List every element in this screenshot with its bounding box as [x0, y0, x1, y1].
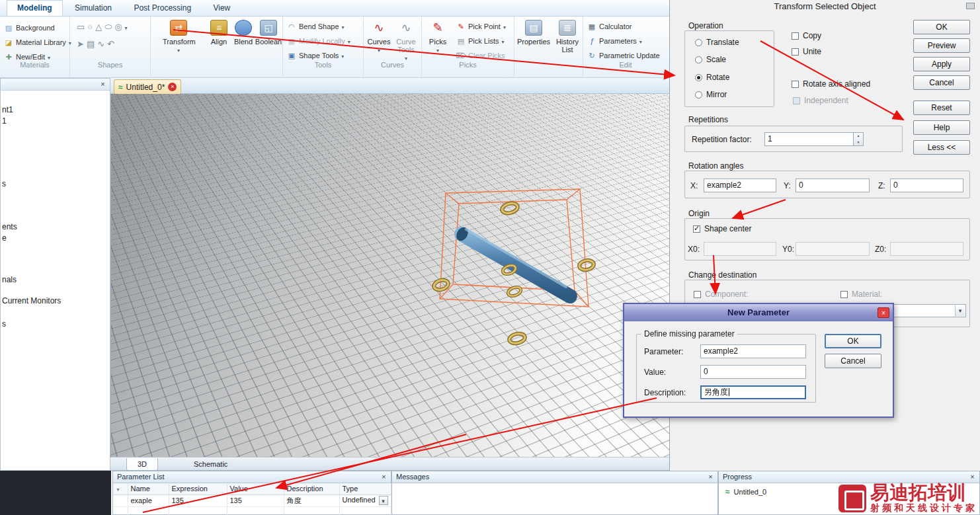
document-tab-untitled0[interactable]: Untitled_0*: [114, 79, 181, 94]
new-parameter-titlebar[interactable]: New Parameter: [624, 304, 893, 321]
radio-translate[interactable]: Translate: [695, 38, 739, 47]
parameter-input[interactable]: example2: [700, 344, 806, 358]
pin-icon[interactable]: [966, 3, 975, 9]
cone-shape-icon[interactable]: [95, 22, 102, 32]
ok-button[interactable]: OK: [913, 20, 970, 34]
curves-button[interactable]: Curves: [366, 20, 391, 55]
parametric-update-button[interactable]: Parametric Update: [583, 50, 660, 61]
material-checkbox[interactable]: Material:: [840, 290, 882, 299]
param-value-cell[interactable]: 135: [227, 495, 284, 506]
repetition-factor-input[interactable]: 1: [764, 132, 864, 146]
extrude-shape-icon[interactable]: [77, 39, 84, 49]
tree-item[interactable]: s: [2, 319, 6, 329]
param-name-cell[interactable]: exaple: [128, 495, 169, 506]
rotate-shape-icon[interactable]: [107, 39, 114, 49]
rotation-y-label: Y:: [784, 181, 791, 190]
shape-buttons-row1[interactable]: [77, 22, 128, 32]
boolean-button[interactable]: Boolean: [254, 20, 283, 46]
radio-rotate[interactable]: Rotate: [695, 73, 729, 82]
material-dropdown[interactable]: [890, 304, 966, 317]
close-tab-icon[interactable]: [168, 83, 177, 91]
close-icon[interactable]: [380, 473, 388, 481]
tree-item[interactable]: e: [2, 233, 7, 243]
close-icon[interactable]: [878, 307, 889, 318]
tab-post-processing[interactable]: Post Processing: [124, 1, 201, 17]
radio-mirror[interactable]: Mirror: [695, 90, 727, 99]
cylinder-shape-icon[interactable]: [104, 22, 112, 32]
shape-buttons-row2[interactable]: [77, 39, 117, 49]
component-checkbox[interactable]: Component:: [694, 290, 748, 299]
close-icon[interactable]: [968, 473, 977, 481]
tab-view[interactable]: View: [203, 1, 240, 17]
tab-modeling[interactable]: Modeling: [7, 0, 63, 16]
reset-button[interactable]: Reset: [913, 100, 970, 115]
tree-item[interactable]: nt1: [2, 105, 13, 114]
type-dropdown-icon[interactable]: [379, 496, 388, 505]
rotation-z-input[interactable]: 0: [890, 178, 963, 192]
pick-point-button[interactable]: Pick Point: [452, 20, 506, 32]
calculator-button[interactable]: Calculator: [583, 20, 632, 32]
param-expression-cell[interactable]: 135: [169, 495, 227, 506]
tab-schematic[interactable]: Schematic: [183, 458, 238, 471]
apply-button[interactable]: Apply: [913, 57, 970, 71]
bend-shape-button[interactable]: Bend Shape: [283, 20, 345, 32]
tree-item[interactable]: s: [2, 179, 6, 188]
shape-tools-button[interactable]: Shape Tools: [283, 50, 344, 61]
3d-viewport[interactable]: z y x: [110, 94, 669, 457]
param-type-cell[interactable]: Undefined: [339, 495, 391, 506]
rotation-y-input[interactable]: 0: [796, 178, 870, 192]
less-button[interactable]: Less <<: [913, 140, 970, 155]
picks-button[interactable]: Picks: [425, 20, 451, 55]
preview-button[interactable]: Preview: [913, 38, 970, 53]
parameter-row-empty[interactable]: [113, 506, 391, 515]
properties-button[interactable]: Properties: [516, 20, 551, 46]
spin-up-icon[interactable]: [854, 133, 863, 139]
align-button[interactable]: Align: [206, 20, 231, 46]
blend-button[interactable]: Blend: [231, 20, 255, 46]
param-description-cell[interactable]: 角度: [284, 495, 339, 506]
torus-shape-icon[interactable]: [114, 22, 122, 32]
sphere-shape-icon[interactable]: [87, 22, 93, 32]
parameter-row[interactable]: exaple 135 135 角度 Undefined: [113, 495, 391, 506]
help-button[interactable]: Help: [913, 120, 970, 135]
shape-center-checkbox[interactable]: Shape center: [693, 224, 751, 233]
parameters-button[interactable]: Parameters: [583, 35, 642, 47]
spin-down-icon[interactable]: [854, 139, 863, 146]
pick-lists-button[interactable]: Pick Lists: [452, 35, 504, 47]
unite-checkbox[interactable]: Unite: [792, 47, 821, 56]
tab-simulation[interactable]: Simulation: [65, 1, 122, 17]
filter-header[interactable]: [113, 483, 128, 495]
tab-3d[interactable]: 3D: [126, 458, 158, 471]
rotate-axis-aligned-checkbox[interactable]: Rotate axis aligned: [792, 79, 870, 89]
application-window: Modeling Simulation Post Processing View…: [0, 0, 980, 515]
sweep-shape-icon[interactable]: [97, 39, 104, 49]
tree-item[interactable]: ents: [2, 222, 17, 231]
history-list-button[interactable]: History List: [553, 20, 582, 54]
background-button[interactable]: Background: [0, 22, 55, 34]
close-icon[interactable]: [99, 80, 107, 89]
tree-item-current-monitors[interactable]: Current Monitors: [2, 296, 61, 305]
rotation-x-input[interactable]: example2: [704, 178, 776, 192]
tree-item[interactable]: 1: [2, 116, 7, 126]
description-input[interactable]: 另角度: [700, 385, 806, 399]
origin-z0-input[interactable]: [890, 242, 963, 256]
independent-checkbox[interactable]: Independent: [793, 96, 848, 105]
brick-shape-icon[interactable]: [77, 22, 85, 32]
radio-scale[interactable]: Scale: [695, 55, 726, 64]
np-cancel-button[interactable]: Cancel: [825, 354, 881, 368]
value-input[interactable]: 0: [700, 365, 806, 379]
face-shape-icon[interactable]: [87, 39, 95, 49]
origin-y0-input[interactable]: [796, 242, 870, 256]
transform-button[interactable]: Transform: [163, 20, 194, 55]
clear-picks-button[interactable]: Clear Picks: [452, 50, 505, 61]
origin-x0-input[interactable]: [704, 242, 776, 256]
np-ok-button[interactable]: OK: [825, 334, 881, 348]
close-icon[interactable]: [706, 473, 715, 481]
curve-tools-button[interactable]: Curve Tools: [393, 20, 419, 63]
chevron-down-icon[interactable]: [125, 22, 128, 32]
modify-locally-button[interactable]: Modify Locally: [283, 35, 350, 47]
copy-checkbox[interactable]: Copy: [792, 31, 821, 40]
tree-item[interactable]: nals: [2, 275, 17, 284]
cancel-button[interactable]: Cancel: [913, 75, 970, 90]
material-library-button[interactable]: Material Library: [0, 36, 71, 48]
